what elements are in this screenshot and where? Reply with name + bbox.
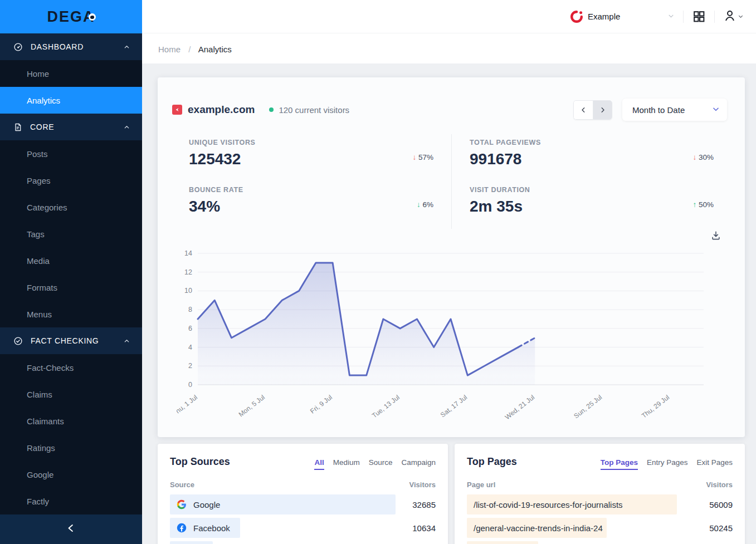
tab-exit-pages[interactable]: Exit Pages [696, 458, 733, 470]
sidebar-collapse-button[interactable] [0, 514, 142, 544]
breadcrumb-separator: / [188, 45, 191, 54]
chevron-up-icon [124, 338, 130, 344]
tab-top-pages[interactable]: Top Pages [601, 458, 638, 470]
stat-visit-duration: VISIT DURATION2m 35s↑ 50% [452, 182, 731, 229]
sidebar-item-analytics[interactable]: Analytics [0, 87, 142, 114]
section-label: CORE [30, 122, 54, 131]
svg-text:10: 10 [184, 287, 192, 295]
table-row[interactable] [467, 541, 733, 544]
top-sources-card: Top Sources AllMediumSourceCampaign Sour… [158, 444, 448, 544]
table-row[interactable]: /general-vaccine-trends-in-india-2450245 [467, 518, 733, 538]
sidebar-section-dashboard[interactable]: DASHBOARD [0, 33, 142, 60]
sidebar-item-google[interactable]: Google [0, 461, 142, 488]
sidebar-item-fact-checks[interactable]: Fact-Checks [0, 354, 142, 381]
column-page-url: Page url [467, 481, 495, 489]
facebook-icon [177, 523, 187, 533]
section-label: FACT CHECKING [31, 336, 99, 345]
sidebar-section-core[interactable]: CORE [0, 114, 142, 140]
apps-grid-icon[interactable] [692, 9, 706, 23]
table-row[interactable] [170, 541, 436, 544]
svg-text:0: 0 [188, 381, 192, 389]
site-name: example.com [188, 104, 255, 116]
sidebar-item-menus[interactable]: Menus [0, 301, 142, 327]
fact-checking-icon [13, 336, 23, 346]
current-visitors: 120 current visitors [279, 105, 349, 115]
tab-medium[interactable]: Medium [333, 458, 360, 470]
sidebar-section-fact-checking[interactable]: FACT CHECKING [0, 327, 142, 354]
sidebar-item-claimants[interactable]: Claimants [0, 408, 142, 434]
svg-text:12: 12 [184, 268, 192, 276]
sidebar-item-claims[interactable]: Claims [0, 381, 142, 408]
top-pages-card: Top Pages Top PagesEntry PagesExit Pages… [455, 444, 745, 544]
topbar: Example [142, 0, 756, 33]
svg-text:4: 4 [188, 344, 192, 351]
sidebar-item-tags[interactable]: Tags [0, 220, 142, 247]
svg-text:Mon, 5 Jul: Mon, 5 Jul [237, 393, 266, 418]
core-icon [13, 122, 22, 132]
chevron-down-icon [712, 105, 720, 115]
arrow-up-icon: ↑ [692, 200, 696, 209]
date-range-value: Month to Date [632, 105, 685, 115]
svg-text:Sat, 17 Jul: Sat, 17 Jul [439, 393, 469, 419]
sidebar-item-factly[interactable]: Factly [0, 488, 142, 514]
sidebar-item-formats[interactable]: Formats [0, 274, 142, 301]
table-row[interactable]: Google32685 [170, 494, 436, 514]
stat-total-pageviews: TOTAL PAGEVIEWS991678↓ 30% [452, 134, 731, 182]
chevron-down-icon [667, 12, 675, 22]
svg-text:14: 14 [184, 249, 192, 257]
section-label: DASHBOARD [31, 42, 84, 51]
svg-text:8: 8 [188, 306, 192, 313]
logo-text: DEGA [47, 8, 95, 25]
next-period-button[interactable] [593, 100, 612, 120]
chevron-left-icon [66, 523, 76, 536]
sidebar-item-categories[interactable]: Categories [0, 194, 142, 220]
sidebar-item-pages[interactable]: Pages [0, 167, 142, 194]
user-icon [723, 9, 737, 24]
svg-text:Thu, 1 Jul: Thu, 1 Jul [177, 393, 199, 417]
analytics-panel: example.com 120 current visitors [158, 77, 745, 437]
svg-text:Fri, 9 Jul: Fri, 9 Jul [309, 393, 334, 415]
breadcrumb: Home / Analytics [142, 33, 756, 63]
profile-menu[interactable] [723, 9, 744, 24]
chevron-down-icon [738, 12, 744, 22]
stats-grid: UNIQUE VISITORS125432↓ 57%BOUNCE RATE34%… [171, 134, 731, 229]
stat-bounce-rate: BOUNCE RATE34%↓ 6% [171, 182, 451, 229]
table-row[interactable]: Facebook10634 [170, 518, 436, 538]
tab-source[interactable]: Source [369, 458, 393, 470]
workspace-selector[interactable]: Example [570, 10, 675, 23]
column-visitors: Visitors [409, 481, 436, 489]
tab-campaign[interactable]: Campaign [401, 458, 436, 470]
main-area: Example Home / Analytics [142, 0, 756, 544]
prev-period-button[interactable] [573, 100, 593, 120]
column-source: Source [170, 481, 194, 489]
divider [714, 11, 715, 23]
svg-text:Thu, 29 Jul: Thu, 29 Jul [640, 393, 671, 420]
google-icon [177, 499, 187, 509]
tab-all[interactable]: All [314, 458, 324, 470]
arrow-down-icon: ↓ [412, 153, 416, 161]
svg-text:Wed, 21 Jul: Wed, 21 Jul [504, 393, 536, 421]
svg-text:Sun, 25 Jul: Sun, 25 Jul [572, 393, 603, 420]
svg-text:2: 2 [188, 362, 192, 370]
logo-band[interactable]: DEGA [0, 0, 142, 33]
table-row[interactable]: /list-of-covid-19-resources-for-journali… [467, 494, 733, 514]
sidebar-item-posts[interactable]: Posts [0, 140, 142, 167]
sidebar-item-home[interactable]: Home [0, 60, 142, 87]
live-dot-icon [269, 107, 274, 112]
site-favicon [172, 105, 182, 115]
content-area: example.com 120 current visitors [142, 63, 756, 544]
workspace-name: Example [588, 12, 620, 21]
arrow-down-icon: ↓ [692, 153, 696, 161]
svg-text:Tue, 13 Jul: Tue, 13 Jul [370, 393, 401, 419]
sidebar-item-ratings[interactable]: Ratings [0, 434, 142, 461]
stat-unique-visitors: UNIQUE VISITORS125432↓ 57% [171, 134, 451, 182]
sidebar-item-media[interactable]: Media [0, 247, 142, 274]
divider [683, 11, 684, 23]
svg-text:6: 6 [188, 325, 192, 332]
tab-entry-pages[interactable]: Entry Pages [647, 458, 688, 470]
workspace-logo-icon [570, 10, 583, 23]
date-range-select[interactable]: Month to Date [622, 99, 727, 121]
download-icon[interactable] [710, 230, 721, 243]
breadcrumb-home[interactable]: Home [158, 45, 181, 54]
sidebar-nav: DASHBOARDHomeAnalyticsCOREPostsPagesCate… [0, 33, 142, 514]
